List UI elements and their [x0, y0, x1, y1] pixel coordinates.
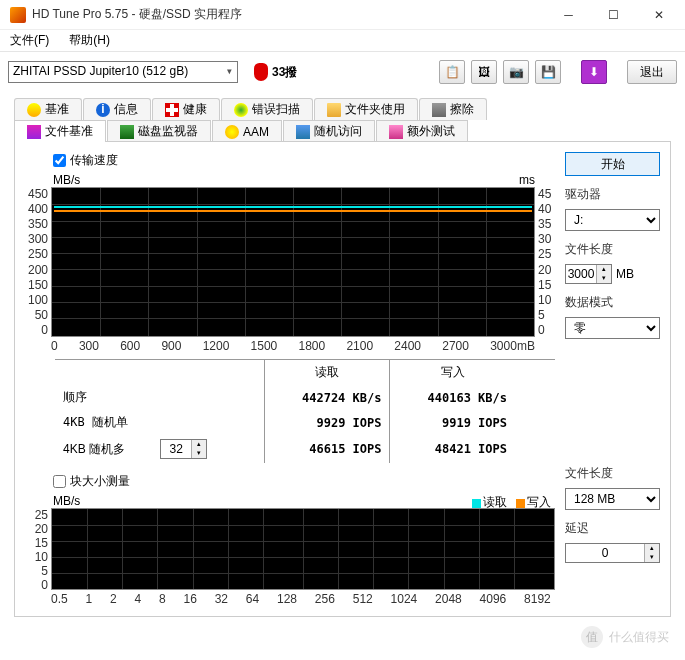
drive-select[interactable]: ZHITAI PSSD Jupiter10 (512 gB) [8, 61, 238, 83]
file-benchmark-panel: 传输速度 MB/s ms 450400350300250200150100500… [14, 141, 671, 617]
menu-file[interactable]: 文件(F) [4, 30, 55, 51]
extra-icon [389, 125, 403, 139]
delay-spinner[interactable]: ▴▾ [565, 543, 660, 563]
block-x-ticks: 0.512481632641282565121024204840968192 [51, 590, 551, 606]
data-mode-label: 数据模式 [565, 294, 660, 311]
tab-disk-monitor[interactable]: 磁盘监视器 [107, 120, 211, 142]
benchmark-icon [27, 103, 41, 117]
random-icon [296, 125, 310, 139]
minimize-button[interactable]: ─ [546, 1, 591, 29]
titlebar: HD Tune Pro 5.75 - 硬盘/SSD 实用程序 ─ ☐ ✕ [0, 0, 685, 30]
info-icon: i [96, 103, 110, 117]
tool-copy-button[interactable]: 📋 [439, 60, 465, 84]
aam-icon [225, 125, 239, 139]
file-length2-select[interactable]: 128 MB [565, 488, 660, 510]
tab-aam[interactable]: AAM [212, 120, 282, 142]
tab-extra-tests[interactable]: 额外测试 [376, 120, 468, 142]
menu-help[interactable]: 帮助(H) [63, 30, 116, 51]
block-chart [51, 508, 555, 590]
read-trace [54, 206, 532, 208]
close-button[interactable]: ✕ [636, 1, 681, 29]
y-axis-ticks: 450400350300250200150100500 [25, 187, 51, 337]
tab-benchmark[interactable]: 基准 [14, 98, 82, 120]
app-icon [10, 7, 26, 23]
y2-axis-ticks: 454035302520151050 [535, 187, 555, 337]
file-length-spinner[interactable]: ▴▾ [565, 264, 612, 284]
tab-folder-usage[interactable]: 文件夹使用 [314, 98, 418, 120]
row-sequential: 顺序442724 KB/s440163 KB/s [55, 385, 515, 410]
health-icon [165, 103, 179, 117]
row-4kb-single: 4KB 随机单9929 IOPS9919 IOPS [55, 410, 515, 435]
transfer-speed-checkbox[interactable]: 传输速度 [53, 152, 555, 169]
tabs-row-1: 基准 i信息 健康 错误扫描 文件夹使用 擦除 [14, 98, 671, 120]
delay-label: 延迟 [565, 520, 660, 537]
tool-options-button[interactable]: ⬇ [581, 60, 607, 84]
exit-button[interactable]: 退出 [627, 60, 677, 84]
drive-label: 驱动器 [565, 186, 660, 203]
write-trace [54, 210, 532, 212]
file-bench-icon [27, 125, 41, 139]
toolbar: ZHITAI PSSD Jupiter10 (512 gB) 33撥 📋 🖼 📷… [0, 52, 685, 92]
side-controls: 开始 驱动器 J: 文件长度 ▴▾ MB 数据模式 零 文件长度 128 MB … [565, 152, 660, 606]
tab-file-benchmark[interactable]: 文件基准 [14, 120, 106, 142]
tool-camera-button[interactable]: 📷 [503, 60, 529, 84]
temperature: 33撥 [254, 63, 297, 81]
x-axis-ticks: 03006009001200150018002100240027003000mB [51, 337, 535, 353]
file-length-label: 文件长度 [565, 241, 660, 258]
threads-spinner[interactable]: ▴▾ [160, 439, 207, 459]
tab-health[interactable]: 健康 [152, 98, 220, 120]
tool-screenshot-button[interactable]: 🖼 [471, 60, 497, 84]
block-y-ticks: 2520151050 [25, 508, 51, 590]
drive-letter-select[interactable]: J: [565, 209, 660, 231]
tab-random-access[interactable]: 随机访问 [283, 120, 375, 142]
scan-icon [234, 103, 248, 117]
row-4kb-multi: 4KB 随机多 ▴▾ 46615 IOPS48421 IOPS [55, 435, 515, 463]
temperature-value: 33撥 [272, 64, 297, 81]
folder-icon [327, 103, 341, 117]
transfer-chart [51, 187, 535, 337]
results-table: 读取写入 顺序442724 KB/s440163 KB/s 4KB 随机单992… [55, 359, 555, 463]
tool-save-button[interactable]: 💾 [535, 60, 561, 84]
thermometer-icon [254, 63, 268, 81]
maximize-button[interactable]: ☐ [591, 1, 636, 29]
start-button[interactable]: 开始 [565, 152, 660, 176]
tab-info[interactable]: i信息 [83, 98, 151, 120]
tab-error-scan[interactable]: 错误扫描 [221, 98, 313, 120]
y2-axis-unit: ms [519, 173, 535, 187]
tabs-row-2: 文件基准 磁盘监视器 AAM 随机访问 额外测试 [14, 120, 671, 142]
monitor-icon [120, 125, 134, 139]
file-length2-label: 文件长度 [565, 465, 660, 482]
y-axis-unit: MB/s [53, 173, 80, 187]
window-title: HD Tune Pro 5.75 - 硬盘/SSD 实用程序 [32, 6, 546, 23]
tab-erase[interactable]: 擦除 [419, 98, 487, 120]
erase-icon [432, 103, 446, 117]
block-size-checkbox[interactable]: 块大小测量 [53, 473, 555, 490]
data-mode-select[interactable]: 零 [565, 317, 660, 339]
menubar: 文件(F) 帮助(H) [0, 30, 685, 52]
